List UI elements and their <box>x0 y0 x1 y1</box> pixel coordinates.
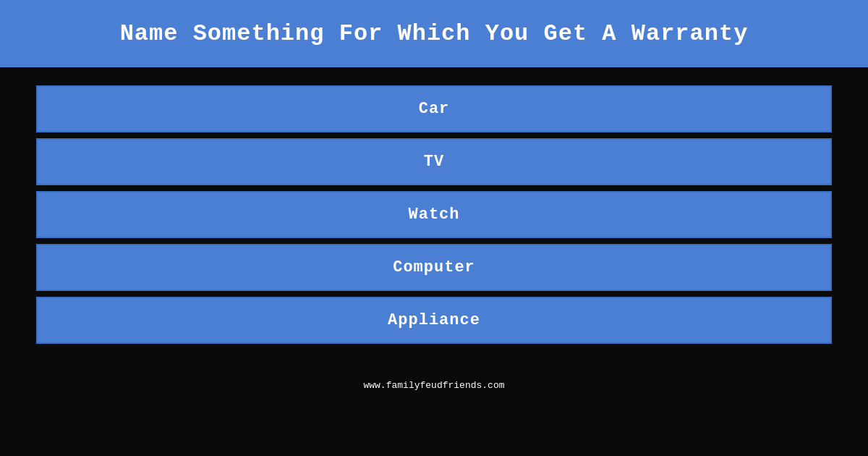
answer-label-3: Watch <box>408 206 459 224</box>
answer-label-5: Appliance <box>388 311 480 329</box>
question-header: Name Something For Which You Get A Warra… <box>0 0 868 67</box>
website-url: www.familyfeudfriends.com <box>363 380 504 391</box>
answers-container: CarTVWatchComputerAppliance <box>0 71 868 358</box>
answer-row-2[interactable]: TV <box>36 138 832 185</box>
answer-label-1: Car <box>419 100 450 118</box>
answer-row-4[interactable]: Computer <box>36 244 832 291</box>
footer: www.familyfeudfriends.com <box>0 380 868 391</box>
answer-row-3[interactable]: Watch <box>36 191 832 238</box>
answer-label-2: TV <box>424 153 444 171</box>
answer-row-5[interactable]: Appliance <box>36 297 832 344</box>
question-title: Name Something For Which You Get A Warra… <box>14 20 854 47</box>
answer-label-4: Computer <box>393 258 475 276</box>
answer-row-1[interactable]: Car <box>36 85 832 132</box>
